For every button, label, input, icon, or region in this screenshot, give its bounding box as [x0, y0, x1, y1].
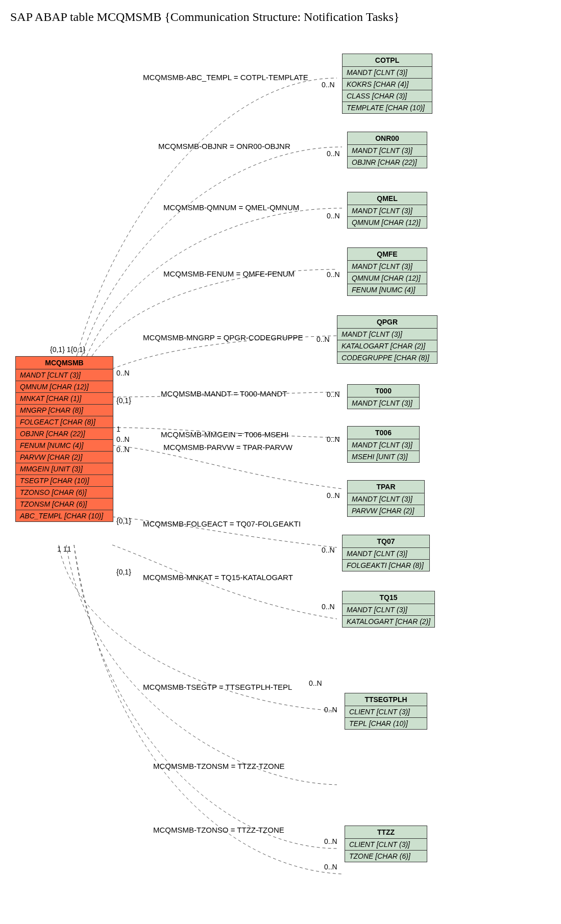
field: KATALOGART [CHAR (2)]: [337, 340, 437, 352]
field: MANDT [CLNT (3)]: [337, 329, 437, 340]
entity-header: TTZZ: [345, 826, 427, 839]
entity-mcqmsmb: MCQMSMB MANDT [CLNT (3)] QMNUM [CHAR (12…: [15, 356, 113, 522]
field: MANDT [CLNT (3)]: [348, 261, 427, 272]
entity-qmel: QMEL MANDT [CLNT (3)] QMNUM [CHAR (12)]: [347, 192, 427, 229]
relation-label: MCQMSMB-FENUM = QMFE-FENUM: [163, 269, 295, 278]
entity-header: TQ15: [343, 591, 434, 604]
entity-header: ONR00: [348, 132, 427, 145]
entity-header: TTSEGTPLH: [345, 693, 427, 706]
cardinality: 0..N: [309, 679, 322, 687]
entity-header: TQ07: [343, 535, 429, 548]
relation-label: MCQMSMB-MANDT = T000-MANDT: [161, 389, 287, 398]
field: KATALOGART [CHAR (2)]: [343, 616, 434, 627]
entity-tq15: TQ15 MANDT [CLNT (3)] KATALOGART [CHAR (…: [342, 591, 435, 628]
cardinality: 0..N: [322, 603, 335, 611]
entity-header: QMEL: [348, 192, 427, 205]
page-title: SAP ABAP table MCQMSMB {Communication St…: [10, 10, 551, 24]
field: ABC_TEMPL [CHAR (10)]: [16, 510, 113, 521]
cardinality: 0..N: [324, 863, 337, 871]
entity-ttsegtplh: TTSEGTPLH CLIENT [CLNT (3)] TEPL [CHAR (…: [345, 693, 427, 730]
field: CODEGRUPPE [CHAR (8)]: [337, 352, 437, 363]
field: MNKAT [CHAR (1)]: [16, 393, 113, 405]
cardinality: 0..N: [322, 81, 335, 89]
field: CLIENT [CLNT (3)]: [345, 839, 427, 851]
field: QMNUM [CHAR (12)]: [348, 217, 427, 228]
entity-header: COTPL: [343, 54, 432, 67]
cardinality: 1 11: [57, 545, 71, 553]
field: MANDT [CLNT (3)]: [348, 439, 419, 451]
field: MANDT [CLNT (3)]: [348, 397, 419, 409]
field: KOKRS [CHAR (4)]: [343, 79, 432, 90]
relation-label: MCQMSMB-TZONSO = TTZZ-TZONE: [153, 826, 284, 834]
field: MSEHI [UNIT (3)]: [348, 451, 419, 462]
relation-label: MCQMSMB-ABC_TEMPL = COTPL-TEMPLATE: [143, 73, 308, 82]
field: MANDT [CLNT (3)]: [348, 493, 424, 505]
relation-label: MCQMSMB-PARVW = TPAR-PARVW: [163, 443, 292, 452]
field: MANDT [CLNT (3)]: [16, 369, 113, 381]
field: QMNUM [CHAR (12)]: [16, 381, 113, 393]
relation-label: MCQMSMB-QMNUM = QMEL-QMNUM: [163, 203, 299, 212]
entity-header: QMFE: [348, 248, 427, 261]
entity-qpgr: QPGR MANDT [CLNT (3)] KATALOGART [CHAR (…: [337, 315, 437, 364]
cardinality: 0..N: [322, 546, 335, 554]
field: OBJNR [CHAR (22)]: [348, 157, 427, 168]
field: MANDT [CLNT (3)]: [348, 145, 427, 157]
relation-label: MCQMSMB-TSEGTP = TTSEGTPLH-TEPL: [143, 683, 292, 691]
entity-tq07: TQ07 MANDT [CLNT (3)] FOLGEAKTI [CHAR (8…: [342, 535, 430, 571]
field: TEMPLATE [CHAR (10)]: [343, 102, 432, 113]
entity-tpar: TPAR MANDT [CLNT (3)] PARVW [CHAR (2)]: [347, 480, 425, 517]
relation-label: MCQMSMB-MMGEIN = T006-MSEHI: [161, 430, 288, 439]
cardinality: 0..N: [327, 390, 340, 398]
entity-header: T006: [348, 427, 419, 439]
field: MNGRP [CHAR (8)]: [16, 405, 113, 416]
cardinality: 0..N: [327, 270, 340, 279]
cardinality: {0,1}: [116, 396, 131, 405]
entity-t000: T000 MANDT [CLNT (3)]: [347, 384, 420, 409]
field: FENUM [NUMC (4)]: [16, 440, 113, 452]
field: MMGEIN [UNIT (3)]: [16, 463, 113, 475]
cardinality: 0..N: [316, 335, 330, 343]
relation-label: MCQMSMB-TZONSM = TTZZ-TZONE: [153, 762, 285, 770]
field: QMNUM [CHAR (12)]: [348, 272, 427, 284]
entity-header: MCQMSMB: [16, 357, 113, 369]
entity-t006: T006 MANDT [CLNT (3)] MSEHI [UNIT (3)]: [347, 426, 420, 463]
cardinality: 0..N: [327, 435, 340, 443]
field: FENUM [NUMC (4)]: [348, 284, 427, 295]
entity-header: T000: [348, 385, 419, 397]
cardinality: 1: [116, 425, 120, 433]
field: CLIENT [CLNT (3)]: [345, 706, 427, 718]
relation-label: MCQMSMB-MNKAT = TQ15-KATALOGART: [143, 573, 293, 582]
field: TSEGTP [CHAR (10)]: [16, 475, 113, 487]
cardinality: 0..N: [324, 706, 337, 714]
cardinality: {0,1} 1{0,1}: [50, 345, 85, 354]
entity-ttzz: TTZZ CLIENT [CLNT (3)] TZONE [CHAR (6)]: [345, 826, 427, 862]
relation-label: MCQMSMB-OBJNR = ONR00-OBJNR: [158, 142, 290, 151]
cardinality: 0..N: [327, 491, 340, 500]
field: MANDT [CLNT (3)]: [343, 67, 432, 79]
entity-header: TPAR: [348, 481, 424, 493]
relation-label: MCQMSMB-MNGRP = QPGR-CODEGRUPPE: [143, 333, 303, 342]
field: FOLGEACT [CHAR (8)]: [16, 416, 113, 428]
field: PARVW [CHAR (2)]: [348, 505, 424, 516]
field: MANDT [CLNT (3)]: [348, 205, 427, 217]
cardinality: 0..N: [116, 445, 130, 454]
diagram-canvas: MCQMSMB MANDT [CLNT (3)] QMNUM [CHAR (12…: [10, 32, 551, 920]
field: TZONSM [CHAR (6)]: [16, 498, 113, 510]
field: TZONE [CHAR (6)]: [345, 851, 427, 862]
cardinality: 0..N: [327, 212, 340, 220]
entity-qmfe: QMFE MANDT [CLNT (3)] QMNUM [CHAR (12)] …: [347, 247, 427, 296]
field: FOLGEAKTI [CHAR (8)]: [343, 560, 429, 571]
cardinality: {0,1}: [116, 517, 131, 525]
entity-cotpl: COTPL MANDT [CLNT (3)] KOKRS [CHAR (4)] …: [342, 54, 432, 114]
cardinality: 0..N: [324, 837, 337, 845]
cardinality: 0..N: [116, 369, 130, 377]
field: MANDT [CLNT (3)]: [343, 604, 434, 616]
field: MANDT [CLNT (3)]: [343, 548, 429, 560]
cardinality: 0..N: [327, 149, 340, 158]
entity-onr00: ONR00 MANDT [CLNT (3)] OBJNR [CHAR (22)]: [347, 132, 427, 168]
field: CLASS [CHAR (3)]: [343, 90, 432, 102]
cardinality: {0,1}: [116, 568, 131, 576]
relation-label: MCQMSMB-FOLGEACT = TQ07-FOLGEAKTI: [143, 519, 301, 528]
field: TZONSO [CHAR (6)]: [16, 487, 113, 498]
cardinality: 0..N: [116, 435, 130, 443]
